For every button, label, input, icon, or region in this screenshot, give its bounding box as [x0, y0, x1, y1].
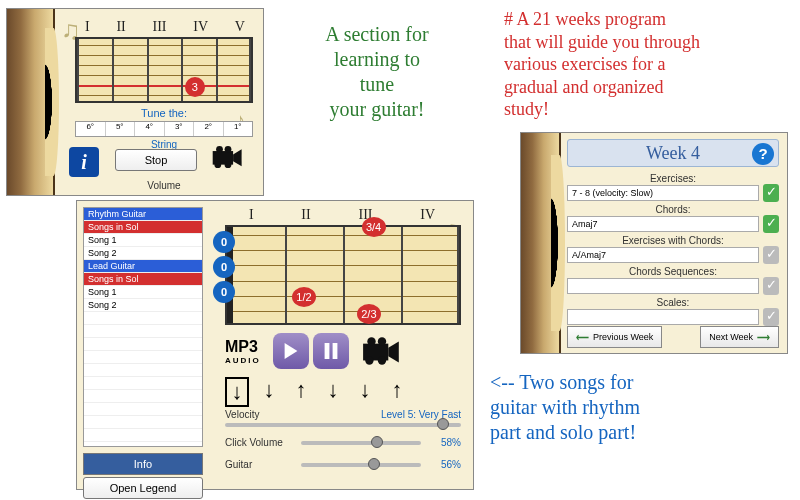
- volume-row: Volume: [75, 180, 253, 191]
- list-item[interactable]: Song 1: [84, 286, 202, 299]
- week-title: Week 4: [646, 143, 700, 164]
- guitar-volume-value: 56%: [427, 459, 461, 470]
- prev-week-button[interactable]: ⟵Previous Week: [567, 326, 662, 348]
- check-icon[interactable]: [763, 246, 779, 264]
- ex-chords-field[interactable]: [567, 247, 759, 263]
- svg-rect-11: [378, 337, 386, 345]
- click-volume-value: 58%: [427, 437, 461, 448]
- list-item[interactable]: Song 2: [84, 299, 202, 312]
- check-icon[interactable]: [763, 184, 779, 202]
- check-icon[interactable]: [763, 277, 779, 295]
- chords-field[interactable]: [567, 216, 759, 232]
- week-nav: ⟵Previous Week Next Week⟶: [567, 326, 779, 348]
- open-string-marker: 0: [213, 281, 235, 303]
- week-body: Exercises: Chords: Exercises with Chords…: [567, 173, 779, 319]
- strum-arrow: ↓: [353, 377, 377, 407]
- finger-marker: 2/3: [357, 304, 381, 324]
- svg-point-2: [225, 161, 232, 168]
- check-icon[interactable]: [763, 308, 779, 326]
- songs-panel: ♫ Rhythm Guitar Songs in Sol Song 1 Song…: [76, 200, 474, 490]
- click-volume-slider[interactable]: [301, 441, 421, 445]
- stop-button[interactable]: Stop: [115, 149, 197, 171]
- velocity-value: Level 5: Very Fast: [381, 409, 461, 420]
- check-icon[interactable]: [763, 215, 779, 233]
- list-header: Songs in Sol: [84, 221, 202, 234]
- svg-rect-5: [324, 343, 329, 359]
- info-heading: Info: [83, 453, 203, 475]
- fret-numbers: I II III IV: [225, 207, 459, 223]
- tuner-panel: ♫ ♪ I II III IV V 3 Tune the: 6° 5° 4° 3…: [6, 8, 264, 196]
- callout-program: # A 21 weeks programthat will guide you …: [504, 8, 794, 121]
- week-row: Exercises with Chords:: [567, 235, 779, 264]
- scales-field[interactable]: [567, 309, 759, 325]
- camera-icon[interactable]: [211, 144, 245, 170]
- week-row: Scales:: [567, 297, 779, 326]
- week-row: Chords:: [567, 204, 779, 233]
- velocity-slider[interactable]: [225, 423, 461, 427]
- next-week-button[interactable]: Next Week⟶: [700, 326, 779, 348]
- list-item[interactable]: Song 1: [84, 234, 202, 247]
- svg-point-1: [214, 161, 221, 168]
- svg-rect-4: [225, 146, 232, 153]
- open-string-marker: 0: [213, 256, 235, 278]
- list-header: Lead Guitar: [84, 260, 202, 273]
- fret-numbers: I II III IV V: [85, 19, 245, 35]
- callout-songs: <-- Two songs forguitar with rhythmpart …: [490, 370, 780, 445]
- strum-arrow: ↓: [321, 377, 345, 407]
- strum-pattern: ↓ ↓ ↑ ↓ ↓ ↑: [225, 377, 409, 407]
- songs-fretboard: 0 0 0 3/4 1/2 2/3: [225, 225, 461, 325]
- velocity-row: Velocity Level 5: Very Fast: [225, 409, 461, 420]
- song-listbox[interactable]: Rhythm Guitar Songs in Sol Song 1 Song 2…: [83, 207, 203, 447]
- week-row: Exercises:: [567, 173, 779, 202]
- list-item: [84, 312, 202, 325]
- finger-marker: 3/4: [362, 217, 386, 237]
- week-header: Week 4 ?: [567, 139, 779, 167]
- svg-point-9: [378, 356, 386, 364]
- guitar-decor: [521, 133, 561, 353]
- pause-button[interactable]: [313, 333, 349, 369]
- list-item[interactable]: Song 2: [84, 247, 202, 260]
- list-header: Songs in Sol: [84, 273, 202, 286]
- help-icon[interactable]: ?: [752, 143, 774, 165]
- info-icon[interactable]: i: [69, 147, 99, 177]
- week-row: Chords Sequences:: [567, 266, 779, 295]
- string-selector[interactable]: 6° 5° 4° 3° 2° 1°: [75, 121, 253, 137]
- callout-tuning: A section forlearning totuneyour guitar!: [287, 22, 467, 122]
- svg-rect-3: [216, 146, 223, 153]
- tune-label: Tune the:: [75, 107, 253, 119]
- svg-rect-10: [367, 337, 375, 345]
- guitar-volume-row: Guitar 56%: [225, 459, 461, 470]
- info-section: Info Open Legend: [83, 453, 203, 499]
- open-string-marker: 0: [213, 231, 235, 253]
- player-controls: MP3AUDIO: [225, 333, 403, 369]
- sequences-field[interactable]: [567, 278, 759, 294]
- mp3-icon: MP3AUDIO: [225, 338, 261, 365]
- svg-rect-6: [332, 343, 337, 359]
- tuner-fretboard: 3: [75, 37, 253, 103]
- camera-icon[interactable]: [361, 335, 403, 367]
- list-header: Rhythm Guitar: [84, 208, 202, 221]
- open-legend-button[interactable]: Open Legend: [83, 477, 203, 499]
- strum-arrow: ↓: [257, 377, 281, 407]
- strum-arrow: ↓: [225, 377, 249, 407]
- strum-arrow: ↑: [385, 377, 409, 407]
- play-button[interactable]: [273, 333, 309, 369]
- click-volume-row: Click Volume 58%: [225, 437, 461, 448]
- exercises-field[interactable]: [567, 185, 759, 201]
- weeks-panel: Week 4 ? Exercises: Chords: Exercises wi…: [520, 132, 788, 354]
- finger-marker: 1/2: [292, 287, 316, 307]
- strum-arrow: ↑: [289, 377, 313, 407]
- svg-point-8: [365, 356, 373, 364]
- guitar-decor: [7, 9, 55, 195]
- guitar-volume-slider[interactable]: [301, 463, 421, 467]
